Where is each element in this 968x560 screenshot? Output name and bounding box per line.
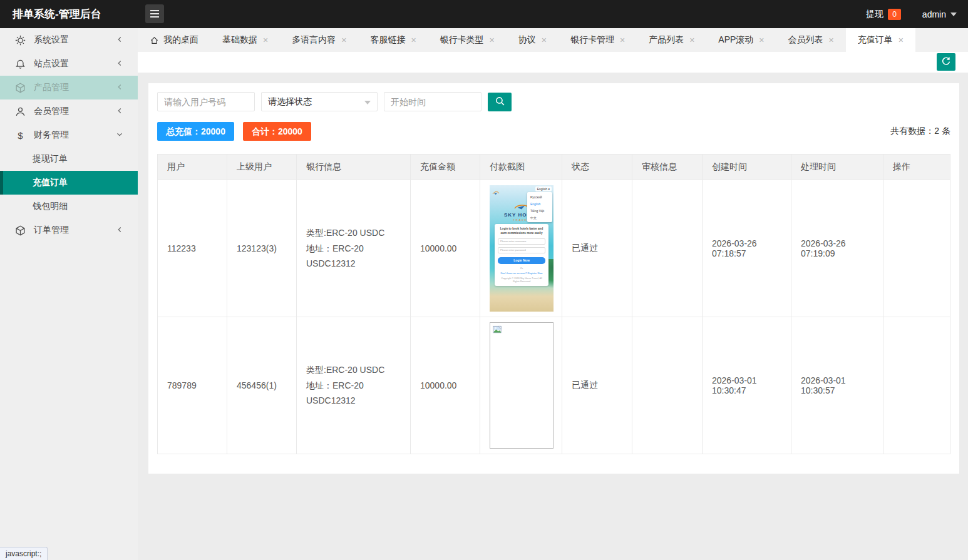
chevron-down-icon — [364, 101, 371, 104]
close-icon[interactable]: × — [620, 35, 625, 45]
cell-bank-info: 类型:ERC-20 USDC 地址：ERC-20 USDC12312 — [297, 317, 411, 454]
payment-screenshot-thumbnail[interactable]: English ▾ Русский English Tiếng Việt 中文 … — [490, 185, 554, 312]
mini-username-field: Please enter username — [498, 238, 545, 245]
close-icon[interactable]: × — [490, 35, 495, 45]
tab-multilanguage[interactable]: 多语言内容× — [280, 28, 358, 52]
cube-icon — [15, 225, 26, 236]
sidebar-item-member-management[interactable]: 会员管理 — [0, 99, 138, 123]
bank-address: 地址：ERC-20 USDC12312 — [306, 241, 401, 272]
mini-language-option: Tiếng Việt — [527, 207, 552, 214]
tab-member-list[interactable]: 会员列表× — [776, 28, 846, 52]
refresh-button[interactable] — [937, 53, 955, 71]
sidebar-item-withdraw-orders[interactable]: 提现订单 — [0, 147, 138, 171]
sidebar-item-recharge-orders[interactable]: 充值订单 — [0, 171, 138, 195]
tab-agreement[interactable]: 协议× — [507, 28, 559, 52]
broken-image-placeholder[interactable] — [490, 322, 554, 449]
sidebar-item-label: 订单管理 — [34, 225, 69, 236]
tab-product-list[interactable]: 产品列表× — [637, 28, 706, 52]
record-count: 共有数据：2 条 — [890, 126, 950, 137]
admin-menu[interactable]: admin — [922, 9, 946, 19]
table-header-row: 用户 上级用户 银行信息 充值金额 付款截图 状态 审核信息 创建时间 处理时间… — [158, 155, 950, 180]
close-icon[interactable]: × — [263, 35, 268, 45]
table-row: 789789 456456(1) 类型:ERC-20 USDC 地址：ERC-2… — [158, 317, 950, 454]
cell-parent-user: 456456(1) — [227, 317, 297, 454]
tab-basic-data[interactable]: 基础数据× — [210, 28, 280, 52]
toolbar — [138, 52, 968, 73]
top-header: 排单系统-管理后台 提现 0 admin — [0, 0, 968, 28]
user-number-input[interactable] — [157, 92, 255, 111]
tab-app-scroll[interactable]: APP滚动× — [706, 28, 776, 52]
chevron-left-icon — [115, 83, 124, 93]
refresh-icon — [941, 56, 951, 68]
hamburger-menu-icon[interactable] — [145, 4, 164, 23]
col-payment-screenshot: 付款截图 — [480, 155, 562, 180]
cell-bank-info: 类型:ERC-20 USDC 地址：ERC-20 USDC12312 — [297, 180, 411, 317]
chevron-left-icon — [115, 106, 124, 117]
cube-icon — [15, 83, 26, 93]
close-icon[interactable]: × — [898, 35, 904, 45]
main-content: 请选择状态 总充值：20000 合计：20000 共有数据：2 条 用户 — [138, 73, 968, 560]
home-icon — [150, 36, 159, 45]
mini-login-headline: Login to book hotels faster and earn com… — [498, 227, 545, 236]
tab-recharge-orders[interactable]: 充值订单× — [846, 28, 915, 52]
mini-register-text: Don't have an account? — [500, 272, 527, 275]
mini-register-line: Don't have an account? Register Now — [498, 272, 545, 275]
close-icon[interactable]: × — [542, 35, 547, 45]
cell-actions — [883, 317, 950, 454]
tab-label: 协议 — [518, 34, 536, 46]
col-user: 用户 — [158, 155, 227, 180]
mini-or-divider: Or — [498, 267, 545, 270]
bell-icon — [15, 59, 26, 69]
mini-language-option: 中文 — [527, 214, 552, 221]
col-created-time: 创建时间 — [703, 155, 791, 180]
tab-bankcard-management[interactable]: 银行卡管理× — [559, 28, 637, 52]
cell-amount: 10000.00 — [411, 180, 480, 317]
close-icon[interactable]: × — [411, 35, 416, 45]
sidebar-item-finance-management[interactable]: $ 财务管理 — [0, 123, 138, 147]
close-icon[interactable]: × — [829, 35, 834, 45]
close-icon[interactable]: × — [689, 35, 694, 45]
search-button[interactable] — [488, 93, 512, 111]
mini-language-option: Русский — [527, 193, 552, 200]
cell-audit-info — [632, 317, 703, 454]
tab-my-desktop[interactable]: 我的桌面 — [138, 28, 210, 52]
status-select[interactable]: 请选择状态 — [261, 92, 378, 111]
withdraw-link[interactable]: 提现 — [866, 9, 883, 20]
sidebar-item-label: 站点设置 — [34, 58, 69, 69]
start-time-input[interactable] — [384, 92, 481, 111]
cell-payment-screenshot — [480, 317, 562, 454]
sidebar-item-product-management[interactable]: 产品管理 — [0, 76, 138, 99]
tab-label: 客服链接 — [370, 34, 405, 46]
col-amount: 充值金额 — [411, 155, 480, 180]
mini-login-button: Login Now — [498, 257, 545, 264]
close-icon[interactable]: × — [759, 35, 764, 45]
tab-bankcard-types[interactable]: 银行卡类型× — [428, 28, 507, 52]
cell-status: 已通过 — [562, 317, 632, 454]
cell-actions — [883, 180, 950, 317]
tab-service-links[interactable]: 客服链接× — [358, 28, 428, 52]
filter-bar: 请选择状态 — [157, 92, 950, 111]
chevron-left-icon — [115, 225, 124, 236]
user-icon — [15, 106, 26, 117]
sidebar-item-label: 系统设置 — [34, 34, 69, 46]
chevron-down-icon — [950, 13, 957, 16]
cell-created-time: 2026-03-01 10:30:47 — [703, 317, 791, 454]
mini-login-card: Login to book hotels faster and earn com… — [495, 224, 548, 286]
chevron-down-icon — [115, 130, 124, 141]
mini-language-menu: Русский English Tiếng Việt 中文 — [527, 192, 552, 222]
col-status: 状态 — [562, 155, 632, 180]
close-icon[interactable]: × — [341, 35, 346, 45]
withdraw-count-badge: 0 — [888, 9, 901, 20]
sidebar-item-site-settings[interactable]: 站点设置 — [0, 52, 138, 76]
bank-type: 类型:ERC-20 USDC — [306, 362, 401, 378]
col-parent-user: 上级用户 — [227, 155, 297, 180]
tab-bar: 我的桌面 基础数据× 多语言内容× 客服链接× 银行卡类型× 协议× 银行卡管理… — [138, 28, 968, 52]
tab-label: 多语言内容 — [292, 34, 336, 46]
cell-user: 789789 — [158, 317, 227, 454]
sidebar-subitem-label: 钱包明细 — [33, 201, 68, 212]
sidebar-item-system-settings[interactable]: 系统设置 — [0, 28, 138, 52]
chevron-left-icon — [115, 35, 124, 46]
sidebar-item-wallet-details[interactable]: 钱包明细 — [0, 195, 138, 218]
cell-audit-info — [632, 180, 703, 317]
sidebar-item-order-management[interactable]: 订单管理 — [0, 218, 138, 242]
